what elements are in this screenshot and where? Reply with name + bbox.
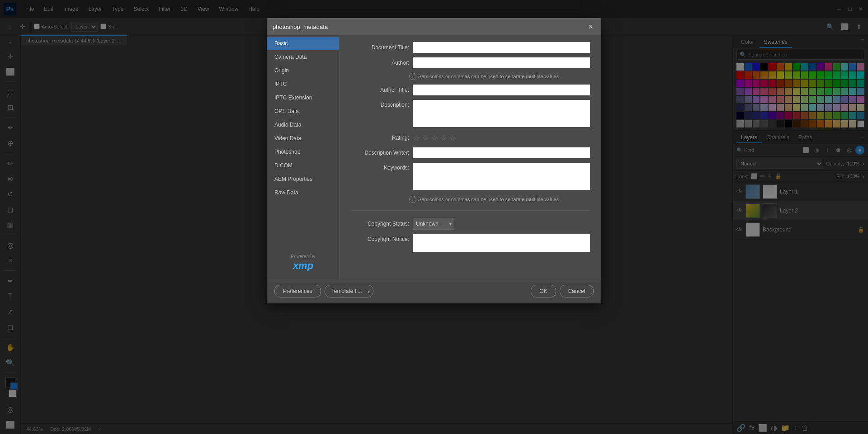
modal-sidebar-footer: Powered By xmp bbox=[267, 249, 339, 277]
copyright-status-row: Copyright Status: Unknown Copyrighted Pu… bbox=[350, 218, 590, 230]
author-hint-row: i Semicolons or commas can be used to se… bbox=[409, 73, 590, 80]
description-writer-label: Description Writer: bbox=[350, 150, 409, 156]
star-4[interactable]: ☆ bbox=[440, 133, 447, 143]
copyright-notice-textarea[interactable] bbox=[413, 234, 590, 252]
nav-item-basic[interactable]: Basic bbox=[267, 37, 339, 50]
nav-item-camera-data[interactable]: Camera Data bbox=[267, 50, 339, 64]
keywords-hint-text: Semicolons or commas can be used to sepa… bbox=[418, 197, 559, 202]
document-title-label: Document Title: bbox=[350, 44, 409, 51]
preferences-button[interactable]: Preferences bbox=[274, 285, 321, 297]
nav-item-aem-properties[interactable]: AEM Properties bbox=[267, 172, 339, 186]
author-hint-info-icon: i bbox=[409, 73, 416, 80]
author-row: Author: bbox=[350, 57, 590, 68]
author-hint-text: Semicolons or commas can be used to sepa… bbox=[418, 74, 559, 79]
metadata-modal: photoshop_metadata ✕ Basic Camera Data O… bbox=[267, 18, 601, 303]
document-title-row: Document Title: bbox=[350, 42, 590, 53]
author-title-label: Author Title: bbox=[350, 87, 409, 93]
nav-item-audio-data[interactable]: Audio Data bbox=[267, 118, 339, 132]
description-row: Description: bbox=[350, 100, 590, 128]
nav-item-gps-data[interactable]: GPS Data bbox=[267, 104, 339, 118]
template-button[interactable]: Template F... bbox=[325, 285, 373, 297]
modal-body: Basic Camera Data Origin IPTC IPTC Exten… bbox=[267, 35, 601, 279]
modal-footer: Preferences Template F... ▾ OK Cancel bbox=[267, 279, 601, 303]
keywords-textarea[interactable] bbox=[413, 163, 590, 190]
template-button-wrapper: Template F... ▾ bbox=[325, 285, 373, 297]
description-writer-input[interactable] bbox=[413, 147, 590, 158]
modal-overlay: photoshop_metadata ✕ Basic Camera Data O… bbox=[0, 0, 868, 434]
star-5[interactable]: ☆ bbox=[449, 133, 456, 143]
description-textarea[interactable] bbox=[413, 100, 590, 127]
nav-item-origin[interactable]: Origin bbox=[267, 64, 339, 77]
author-title-input[interactable] bbox=[413, 85, 590, 95]
copyright-status-select-wrapper: Unknown Copyrighted Public Domain bbox=[413, 218, 454, 230]
powered-by-label: Powered By bbox=[273, 254, 334, 259]
modal-titlebar: photoshop_metadata ✕ bbox=[267, 19, 601, 35]
document-title-input[interactable] bbox=[413, 42, 590, 53]
keywords-row: Keywords: bbox=[350, 163, 590, 191]
description-writer-row: Description Writer: bbox=[350, 147, 590, 158]
author-title-row: Author Title: bbox=[350, 85, 590, 95]
copyright-notice-label: Copyright Notice: bbox=[350, 236, 409, 242]
rating-label: Rating: bbox=[350, 135, 409, 141]
keywords-label: Keywords: bbox=[350, 165, 409, 171]
nav-item-photoshop[interactable]: Photoshop bbox=[267, 145, 339, 159]
ok-button[interactable]: OK bbox=[531, 285, 556, 297]
rating-stars[interactable]: ☆ ☆ ☆ ☆ ☆ bbox=[413, 133, 456, 143]
rating-row: Rating: ☆ ☆ ☆ ☆ ☆ bbox=[350, 133, 590, 143]
modal-form-content: Document Title: Author: i Semicolons or … bbox=[340, 35, 601, 279]
nav-item-dicom[interactable]: DICOM bbox=[267, 159, 339, 172]
keywords-hint-row: i Semicolons or commas can be used to se… bbox=[409, 196, 590, 203]
modal-close-button[interactable]: ✕ bbox=[586, 22, 595, 31]
star-2[interactable]: ☆ bbox=[422, 133, 429, 143]
nav-item-iptc-extension[interactable]: IPTC Extension bbox=[267, 91, 339, 104]
description-label: Description: bbox=[350, 102, 409, 108]
star-3[interactable]: ☆ bbox=[431, 133, 438, 143]
star-1[interactable]: ☆ bbox=[413, 133, 420, 143]
modal-title: photoshop_metadata bbox=[273, 24, 583, 30]
nav-item-video-data[interactable]: Video Data bbox=[267, 132, 339, 145]
keywords-hint-info-icon: i bbox=[409, 196, 416, 203]
xmp-logo: xmp bbox=[293, 260, 313, 271]
copyright-notice-row: Copyright Notice: bbox=[350, 234, 590, 254]
author-input[interactable] bbox=[413, 57, 590, 68]
author-label: Author: bbox=[350, 60, 409, 66]
nav-item-raw-data[interactable]: Raw Data bbox=[267, 186, 339, 199]
cancel-button[interactable]: Cancel bbox=[560, 285, 594, 297]
form-divider bbox=[350, 210, 590, 211]
nav-item-iptc[interactable]: IPTC bbox=[267, 77, 339, 91]
copyright-status-select[interactable]: Unknown Copyrighted Public Domain bbox=[413, 218, 454, 230]
modal-sidebar: Basic Camera Data Origin IPTC IPTC Exten… bbox=[267, 35, 340, 279]
copyright-status-label: Copyright Status: bbox=[350, 221, 409, 227]
